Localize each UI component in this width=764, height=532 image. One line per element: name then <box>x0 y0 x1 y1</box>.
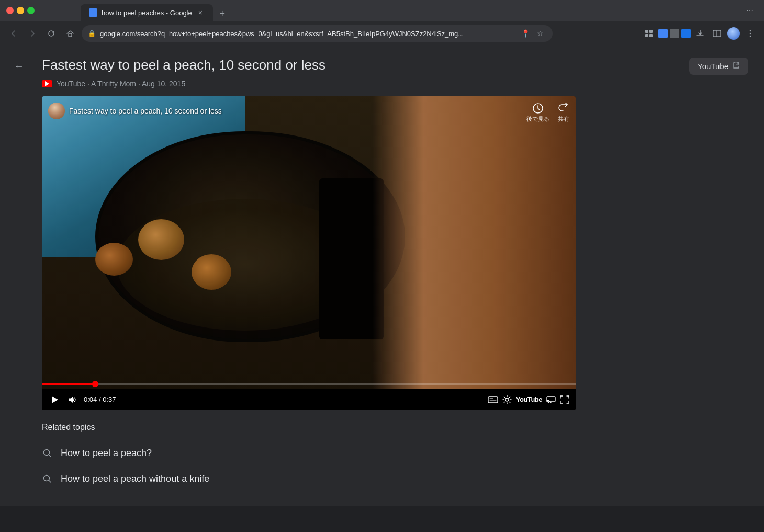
extension-icon-2[interactable] <box>670 29 679 38</box>
tab-close-button[interactable]: × <box>196 8 205 17</box>
video-meta: YouTube · A Thrifty Mom · Aug 10, 2015 <box>42 80 748 88</box>
svg-rect-0 <box>69 33 72 37</box>
extensions-button[interactable] <box>642 26 656 41</box>
video-controls-bar: 0:04 / 0:37 YouTube <box>42 389 576 410</box>
toolbar-right <box>642 26 758 41</box>
window-controls: ⋯ <box>746 6 758 15</box>
play-button[interactable] <box>48 393 61 406</box>
back-button[interactable]: ← <box>10 58 27 74</box>
tab-favicon <box>89 8 97 17</box>
extension-icon-1[interactable] <box>658 29 668 38</box>
related-item-1[interactable]: How to peel a peach without a knife <box>42 466 748 492</box>
video-overlay-controls: 後で見る 共有 <box>526 103 569 123</box>
content-area: Fastest way to peel a peach, 10 second o… <box>16 56 748 492</box>
video-frame <box>42 96 576 389</box>
search-icon-0 <box>42 448 52 458</box>
svg-rect-4 <box>649 34 653 37</box>
close-window-button[interactable] <box>6 7 14 14</box>
search-icon-1 <box>42 473 52 484</box>
title-bar: how to peel peaches - Google × + ⋯ <box>0 0 764 21</box>
split-screen-button[interactable] <box>710 26 724 41</box>
peach-2 <box>192 254 231 290</box>
video-overlay-title: Fastest way to peel a peach, 10 second o… <box>69 107 222 115</box>
tab-bar: how to peel peaches - Google × + <box>39 0 230 21</box>
svg-rect-16 <box>547 397 555 402</box>
traffic-lights <box>6 7 35 14</box>
watch-later-button[interactable]: 後で見る <box>526 103 549 123</box>
video-title: Fastest way to peel a peach, 10 second o… <box>42 56 748 74</box>
captions-button[interactable] <box>488 396 498 403</box>
svg-rect-12 <box>488 397 498 403</box>
settings-button[interactable] <box>502 395 512 404</box>
video-thumbnail[interactable]: Fastest way to peel a peach, 10 second o… <box>42 96 576 389</box>
peach-1 <box>138 219 184 260</box>
svg-point-15 <box>505 398 509 401</box>
tab-title: how to peel peaches - Google <box>102 9 192 17</box>
video-time: 0:04 / 0:37 <box>84 395 116 403</box>
related-item-label-0: How to peel a peach? <box>61 448 152 459</box>
youtube-logo-icon <box>42 80 52 87</box>
maximize-window-button[interactable] <box>27 7 35 14</box>
channel-avatar <box>48 103 65 119</box>
related-topics-title: Related topics <box>42 423 748 432</box>
controls-right: YouTube <box>488 395 569 404</box>
video-player[interactable]: Fastest way to peel a peach, 10 second o… <box>42 96 576 410</box>
browser-chrome: how to peel peaches - Google × + ⋯ 🔒 goo… <box>0 0 764 46</box>
svg-rect-1 <box>645 30 648 33</box>
related-item-0[interactable]: How to peel a peach? <box>42 440 748 466</box>
menu-button[interactable] <box>743 26 758 41</box>
svg-rect-3 <box>645 34 648 37</box>
svg-point-7 <box>750 30 751 32</box>
active-tab[interactable]: how to peel peaches - Google × <box>81 4 213 21</box>
forward-button[interactable] <box>25 26 40 41</box>
extension-icon-3[interactable] <box>681 29 691 38</box>
svg-point-9 <box>750 36 751 37</box>
main-content: ← YouTube Fastest way to peel a peach, 1… <box>0 46 764 506</box>
back-button[interactable] <box>6 26 21 41</box>
profile-button[interactable] <box>726 26 741 41</box>
right-blur <box>373 96 576 389</box>
watch-later-label: 後で見る <box>526 115 549 123</box>
youtube-button-label: YouTube <box>698 62 728 71</box>
svg-marker-11 <box>52 396 58 403</box>
progress-dot <box>92 381 98 387</box>
video-source-meta: YouTube · A Thrifty Mom · Aug 10, 2015 <box>57 80 185 88</box>
svg-point-8 <box>750 33 751 35</box>
peach-3 <box>95 243 133 276</box>
progress-track[interactable] <box>42 383 576 385</box>
minimize-window-button[interactable] <box>17 7 24 14</box>
video-overlay-header: Fastest way to peel a peach, 10 second o… <box>48 103 222 119</box>
share-label: 共有 <box>558 115 569 123</box>
external-link-icon <box>733 62 740 71</box>
related-item-label-1: How to peel a peach without a knife <box>61 473 209 484</box>
new-tab-button[interactable]: + <box>215 6 230 21</box>
youtube-external-button[interactable]: YouTube <box>689 58 748 75</box>
youtube-play-icon <box>45 81 49 86</box>
address-icons: 📍 ☆ <box>519 27 546 40</box>
refresh-button[interactable] <box>44 26 59 41</box>
fullscreen-button[interactable] <box>560 395 569 404</box>
progress-fill <box>42 383 95 385</box>
home-button[interactable] <box>63 26 77 41</box>
volume-button[interactable] <box>66 393 78 406</box>
address-bar[interactable]: 🔒 google.com/search?q=how+to+peel+peache… <box>82 25 553 42</box>
cast-button[interactable] <box>546 396 556 403</box>
svg-rect-2 <box>649 30 653 33</box>
bookmark-icon[interactable]: ☆ <box>534 27 546 40</box>
address-bar-row: 🔒 google.com/search?q=how+to+peel+peache… <box>0 21 764 46</box>
svg-point-17 <box>546 403 547 403</box>
security-icon: 🔒 <box>88 30 96 37</box>
share-button[interactable]: 共有 <box>558 103 569 123</box>
related-topics-section: Related topics How to peel a peach? <box>42 423 748 492</box>
youtube-watermark[interactable]: YouTube <box>516 395 542 403</box>
pin-icon[interactable]: 📍 <box>519 27 532 40</box>
url-text: google.com/search?q=how+to+peel+peaches&… <box>100 30 515 38</box>
download-button[interactable] <box>693 26 707 41</box>
